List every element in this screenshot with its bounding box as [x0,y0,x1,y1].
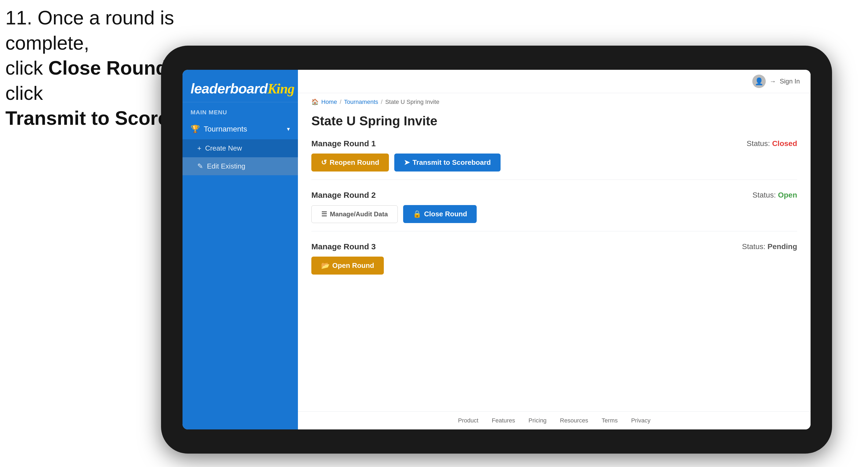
topbar-user[interactable]: 👤 → Sign In [752,74,800,88]
transmit-icon: ➤ [404,158,410,167]
round-2-section: Manage Round 2 Status: Open ☰ Manage/Aud… [311,191,797,231]
round-1-section: Manage Round 1 Status: Closed ↺ Reopen R… [311,139,797,180]
close-round-bold: Close Round [48,57,167,79]
open-round-button[interactable]: 📂 Open Round [311,257,384,275]
sign-in-label: Sign In [780,77,800,85]
breadcrumb-home[interactable]: Home [321,98,337,105]
round-3-actions: 📂 Open Round [311,257,797,275]
breadcrumb-tournaments[interactable]: Tournaments [344,98,378,105]
sidebar-submenu: + Create New ✎ Edit Existing [183,139,298,175]
reopen-round-button[interactable]: ↺ Reopen Round [311,154,389,172]
round-3-status: Status: Pending [742,242,797,251]
open-round-label: Open Round [332,261,374,270]
round-1-title: Manage Round 1 [311,139,376,148]
logo: leaderboardKing [191,81,290,97]
footer-privacy[interactable]: Privacy [631,417,650,424]
footer-terms[interactable]: Terms [602,417,618,424]
round-2-title: Manage Round 2 [311,191,376,200]
topbar: 👤 → Sign In [298,70,811,93]
footer: Product Features Pricing Resources Terms… [298,411,811,429]
page-title: State U Spring Invite [311,114,797,128]
manage-audit-label: Manage/Audit Data [330,210,388,218]
instruction-line1: 11. Once a round is complete, [5,7,174,54]
breadcrumb-current: State U Spring Invite [385,98,439,105]
round-2-header: Manage Round 2 Status: Open [311,191,797,200]
manage-audit-data-button[interactable]: ☰ Manage/Audit Data [311,205,398,223]
sidebar-logo: leaderboardKing [183,70,298,102]
sidebar: leaderboardKing MAIN MENU 🏆 Tournaments … [183,70,298,429]
audit-icon: ☰ [321,210,327,218]
logo-leaderboard: leaderboard [191,81,268,96]
breadcrumb: 🏠 Home / Tournaments / State U Spring In… [298,93,811,108]
chevron-down-icon: ▾ [287,126,290,132]
reopen-round-label: Reopen Round [330,158,379,167]
close-round-button[interactable]: 🔒 Close Round [403,205,477,223]
round-1-status: Status: Closed [747,139,797,148]
breadcrumb-sep-2: / [381,98,382,105]
round-3-title: Manage Round 3 [311,242,376,251]
home-icon: 🏠 [311,98,318,105]
round-3-header: Manage Round 3 Status: Pending [311,242,797,251]
sidebar-item-edit-existing[interactable]: ✎ Edit Existing [183,157,298,175]
breadcrumb-sep-1: / [340,98,341,105]
round-2-status-value: Open [778,191,797,199]
avatar: 👤 [752,74,766,88]
main-content: 👤 → Sign In 🏠 Home / Tournaments / State… [298,70,811,429]
logo-king: King [268,81,294,96]
tablet-shell: leaderboardKing MAIN MENU 🏆 Tournaments … [161,45,832,454]
footer-product[interactable]: Product [458,417,478,424]
instruction-line2: click [5,57,48,79]
tournaments-label: Tournaments [204,125,247,133]
app-layout: leaderboardKing MAIN MENU 🏆 Tournaments … [183,70,811,429]
close-round-label: Close Round [424,210,467,218]
round-2-actions: ☰ Manage/Audit Data 🔒 Close Round [311,205,797,223]
sign-in-arrow-icon: → [770,77,776,85]
round-2-status: Status: Open [752,191,798,199]
trophy-icon: 🏆 [191,125,200,133]
lock-icon: 🔒 [413,210,422,218]
sidebar-item-create-new[interactable]: + Create New [183,139,298,157]
transmit-to-scoreboard-button[interactable]: ➤ Transmit to Scoreboard [394,154,501,172]
page-content: State U Spring Invite Manage Round 1 Sta… [298,108,811,411]
edit-existing-label: Edit Existing [207,162,245,170]
transmit-to-scoreboard-label: Transmit to Scoreboard [412,158,491,167]
footer-features[interactable]: Features [492,417,515,424]
sidebar-item-tournaments[interactable]: 🏆 Tournaments ▾ [183,119,298,139]
round-1-status-value: Closed [772,139,797,148]
edit-icon: ✎ [197,162,203,170]
tablet-screen: leaderboardKing MAIN MENU 🏆 Tournaments … [183,70,811,429]
reopen-icon: ↺ [321,158,327,167]
round-3-status-value: Pending [768,242,797,251]
create-new-label: Create New [205,144,242,152]
round-3-section: Manage Round 3 Status: Pending 📂 Open Ro… [311,242,797,283]
footer-pricing[interactable]: Pricing [528,417,547,424]
plus-icon: + [197,144,201,152]
footer-resources[interactable]: Resources [560,417,588,424]
main-menu-label: MAIN MENU [183,102,298,119]
round-1-header: Manage Round 1 Status: Closed [311,139,797,148]
open-icon: 📂 [321,261,330,270]
round-1-actions: ↺ Reopen Round ➤ Transmit to Scoreboard [311,154,797,172]
